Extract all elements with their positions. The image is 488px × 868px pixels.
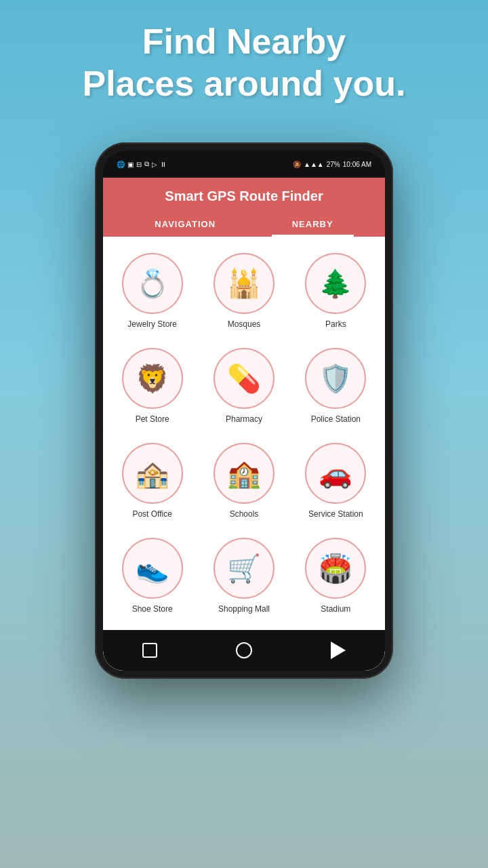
screen-icon: ▣ (127, 161, 134, 168)
grid-item-pet-store[interactable]: 🦁 Pet Store (106, 338, 198, 433)
post-office-label: Post Office (132, 509, 171, 519)
grid-item-police-station[interactable]: 🛡️ Police Station (290, 338, 382, 433)
mute-icon: 🔕 (293, 161, 301, 168)
phone: 🌐 ▣ ⊟ ⧉ ▷ ⏸ 🔕 ▲▲▲ 27% 10:06 AM Smart GPS (95, 142, 393, 679)
shopping-mall-label: Shopping Mall (218, 604, 270, 614)
signal-bars: ▲▲▲ (304, 161, 324, 168)
back-button[interactable] (138, 638, 162, 663)
grid-item-jewelry-store[interactable]: 💍 Jewelry Store (106, 243, 198, 338)
shoe-store-icon: 👟 (122, 538, 183, 599)
triangle-icon (331, 642, 346, 659)
parks-icon: 🌲 (305, 253, 366, 314)
stadium-label: Stadium (321, 604, 350, 614)
stadium-icon: 🏟️ (305, 538, 366, 599)
tab-navigation[interactable]: NAVIGATION (134, 214, 236, 237)
tab-bar: NAVIGATION NEARBY (117, 214, 371, 237)
mosques-icon: 🕌 (214, 253, 274, 314)
grid-item-post-office[interactable]: 🏤 Post Office (106, 433, 198, 528)
police-station-icon: 🛡️ (305, 348, 366, 409)
grid-item-parks[interactable]: 🌲 Parks (290, 243, 382, 338)
gps-icon: 🌐 (117, 161, 125, 168)
police-station-label: Police Station (311, 414, 361, 424)
grid-item-stadium[interactable]: 🏟️ Stadium (290, 528, 382, 623)
grid-item-service-station[interactable]: 🚗 Service Station (290, 433, 382, 528)
schools-icon: 🏫 (214, 443, 274, 504)
header-line1: Find Nearby (27, 20, 461, 62)
home-button[interactable] (232, 638, 256, 663)
app-header: Smart GPS Route Finder NAVIGATION NEARBY (103, 178, 385, 237)
service-station-icon: 🚗 (305, 443, 366, 504)
recent-apps-button[interactable] (326, 638, 350, 663)
phone-screen: Smart GPS Route Finder NAVIGATION NEARBY… (103, 178, 385, 671)
pharmacy-label: Pharmacy (226, 414, 262, 424)
post-office-icon: 🏤 (122, 443, 183, 504)
grid-item-shoe-store[interactable]: 👟 Shoe Store (106, 528, 198, 623)
mosques-label: Mosques (228, 319, 261, 329)
tab-nearby[interactable]: NEARBY (272, 214, 354, 237)
pet-store-icon: 🦁 (122, 348, 183, 409)
circle-icon (236, 642, 252, 658)
grid-item-mosques[interactable]: 🕌 Mosques (198, 243, 289, 338)
time-display: 10:06 AM (343, 161, 371, 168)
jewelry-store-icon: 💍 (122, 253, 183, 314)
shoe-store-label: Shoe Store (132, 604, 173, 614)
schools-label: Schools (230, 509, 259, 519)
header-line2: Places around you. (27, 62, 461, 104)
app-title: Smart GPS Route Finder (117, 189, 371, 204)
nearby-grid: 💍 Jewelry Store 🕌 Mosques 🌲 Parks 🦁 Pet … (103, 237, 385, 630)
media-icon: ⏸ (160, 161, 167, 168)
left-status-icons: 🌐 ▣ ⊟ ⧉ ▷ ⏸ (117, 160, 167, 168)
pharmacy-icon: 💊 (214, 348, 274, 409)
phone-wrapper: 🌐 ▣ ⊟ ⧉ ▷ ⏸ 🔕 ▲▲▲ 27% 10:06 AM Smart GPS (95, 142, 393, 679)
square-icon (142, 643, 157, 658)
battery-percent: 27% (327, 161, 340, 168)
pet-store-label: Pet Store (136, 414, 169, 424)
other-icon: ⧉ (144, 160, 149, 168)
shopping-mall-icon: 🛒 (214, 538, 274, 599)
parks-label: Parks (325, 319, 346, 329)
header-text: Find Nearby Places around you. (0, 20, 488, 105)
service-station-label: Service Station (308, 509, 363, 519)
grid-item-pharmacy[interactable]: 💊 Pharmacy (198, 338, 289, 433)
jewelry-store-label: Jewelry Store (127, 319, 177, 329)
grid-item-schools[interactable]: 🏫 Schools (198, 433, 289, 528)
grid-item-shopping-mall[interactable]: 🛒 Shopping Mall (198, 528, 289, 623)
bottom-navigation (103, 630, 385, 671)
right-status-icons: 🔕 ▲▲▲ 27% 10:06 AM (293, 161, 371, 168)
play-icon: ▷ (152, 161, 157, 168)
status-bar: 🌐 ▣ ⊟ ⧉ ▷ ⏸ 🔕 ▲▲▲ 27% 10:06 AM (103, 151, 385, 178)
app-icon: ⊟ (136, 161, 142, 168)
